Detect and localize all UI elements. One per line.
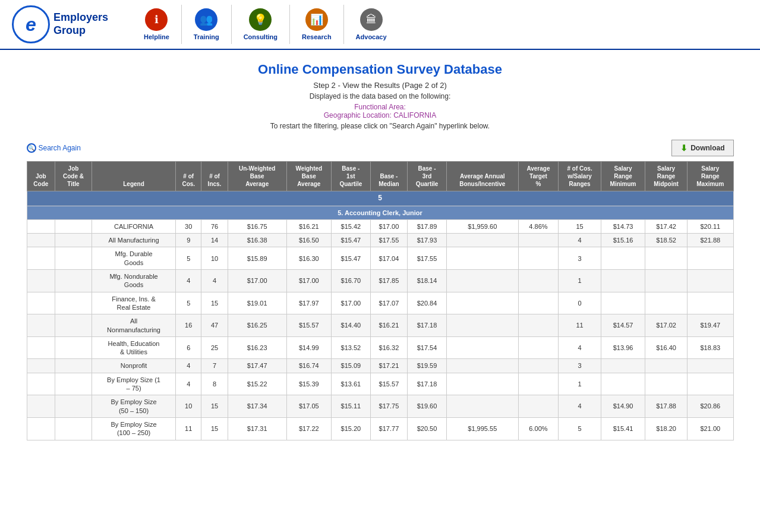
nav-training[interactable]: 👥 Training — [182, 5, 232, 44]
table-cell: All Manufacturing — [92, 234, 175, 247]
col-job-code: JobCode — [27, 162, 55, 191]
table-cell: 15 — [559, 219, 601, 233]
table-cell: 4.86% — [518, 219, 558, 233]
table-cell: $17.88 — [645, 395, 688, 418]
table-cell: $17.55 — [408, 247, 447, 270]
table-cell — [27, 314, 55, 337]
table-row: All Manufacturing914$16.38$16.50$15.47$1… — [27, 234, 733, 247]
table-cell — [55, 359, 92, 373]
table-cell: 47 — [201, 314, 228, 337]
training-label: Training — [194, 33, 219, 40]
helpline-label: Helpline — [144, 33, 169, 40]
table-cell: $17.89 — [408, 219, 447, 233]
table-cell — [446, 336, 518, 359]
table-cell — [55, 395, 92, 418]
table-cell: $16.25 — [228, 314, 286, 337]
nav-advocacy[interactable]: 🏛 Advocacy — [344, 5, 399, 44]
table-cell: 5 — [559, 417, 601, 440]
download-label: Download — [690, 144, 724, 152]
table-cell: $15.47 — [332, 234, 371, 247]
table-cell — [55, 292, 92, 314]
advocacy-label: Advocacy — [356, 33, 387, 40]
table-cell: $17.34 — [228, 395, 286, 418]
table-cell: $16.21 — [370, 314, 408, 337]
table-cell: $17.97 — [286, 292, 331, 314]
content-area: Online Compensation Survey Database Step… — [15, 50, 746, 452]
col-cos-ranges: # of Cos.w/SalaryRanges — [559, 162, 601, 191]
table-cell: $21.88 — [688, 234, 733, 247]
table-cell: $17.85 — [370, 270, 408, 292]
table-cell: 15 — [201, 395, 228, 418]
table-cell: 11 — [176, 417, 201, 440]
nav-helpline[interactable]: ℹ Helpline — [132, 5, 182, 44]
table-cell — [688, 270, 733, 292]
col-legend: Legend — [92, 162, 175, 191]
advocacy-icon: 🏛 — [360, 8, 383, 31]
table-cell: 5 — [176, 247, 201, 270]
table-cell: 4 — [559, 336, 601, 359]
table-cell — [518, 247, 558, 270]
table-cell: $20.86 — [688, 395, 733, 418]
table-cell: $16.23 — [228, 336, 286, 359]
table-cell: $16.74 — [286, 359, 331, 373]
table-cell — [688, 373, 733, 395]
table-cell: By Employ Size(100 – 250) — [92, 417, 175, 440]
job-group-header-cell: 5. Accounting Clerk, Junior — [27, 206, 733, 219]
nav-research[interactable]: 📊 Research — [290, 5, 344, 44]
table-cell — [27, 336, 55, 359]
table-cell: $19.47 — [688, 314, 733, 337]
col-unweighted: Un-WeightedBaseAverage — [228, 162, 286, 191]
logo-area: e Employers Group — [12, 5, 108, 43]
table-cell: $16.40 — [645, 336, 688, 359]
table-cell: AllNonmanufacturing — [92, 314, 175, 337]
table-cell: 11 — [559, 314, 601, 337]
nav-bar: ℹ Helpline 👥 Training 💡 Consulting 📊 Res… — [132, 5, 399, 44]
col-target: AverageTarget% — [518, 162, 558, 191]
table-cell: $16.21 — [286, 219, 331, 233]
table-cell — [601, 373, 645, 395]
table-cell: 76 — [201, 219, 228, 233]
nav-consulting[interactable]: 💡 Consulting — [232, 5, 290, 44]
col-sr-max: SalaryRangeMaximum — [688, 162, 733, 191]
table-cell: $16.75 — [228, 219, 286, 233]
table-cell: 15 — [201, 417, 228, 440]
table-cell — [27, 359, 55, 373]
table-row: By Employ Size (1– 75)48$15.22$15.39$13.… — [27, 373, 733, 395]
table-cell: $17.54 — [408, 336, 447, 359]
download-button[interactable]: ⬇ Download — [671, 140, 733, 156]
col-weighted: WeightedBaseAverage — [286, 162, 331, 191]
table-cell: 4 — [559, 395, 601, 418]
consulting-label: Consulting — [244, 33, 277, 40]
search-again-link[interactable]: 🔍 Search Again — [27, 143, 81, 153]
table-cell — [446, 292, 518, 314]
table-row: By Employ Size(100 – 250)1115$17.31$17.2… — [27, 417, 733, 440]
logo-circle: e — [12, 5, 50, 43]
table-cell: $20.50 — [408, 417, 447, 440]
col-median: Base -Median — [370, 162, 408, 191]
table-cell: $15.11 — [332, 395, 371, 418]
table-cell — [27, 234, 55, 247]
table-cell: $19.01 — [228, 292, 286, 314]
table-cell: 15 — [201, 292, 228, 314]
table-cell — [446, 395, 518, 418]
col-cos: # ofCos. — [176, 162, 201, 191]
table-cell: 1 — [559, 270, 601, 292]
training-icon: 👥 — [195, 8, 217, 31]
table-cell: $17.02 — [645, 314, 688, 337]
table-cell: By Employ Size (1– 75) — [92, 373, 175, 395]
table-cell: $14.90 — [601, 395, 645, 418]
table-cell: 8 — [201, 373, 228, 395]
table-cell — [27, 219, 55, 233]
table-cell — [55, 219, 92, 233]
table-cell: $16.30 — [286, 247, 331, 270]
table-cell — [55, 314, 92, 337]
table-cell: $17.47 — [228, 359, 286, 373]
table-cell: 9 — [176, 234, 201, 247]
logo-e-letter: e — [26, 14, 36, 36]
table-cell — [645, 247, 688, 270]
table-cell: 6 — [176, 336, 201, 359]
research-icon: 📊 — [305, 8, 328, 31]
table-cell: $18.20 — [645, 417, 688, 440]
table-cell: $21.00 — [688, 417, 733, 440]
functional-area: Functional Area: Geographic Location: CA… — [27, 103, 734, 119]
